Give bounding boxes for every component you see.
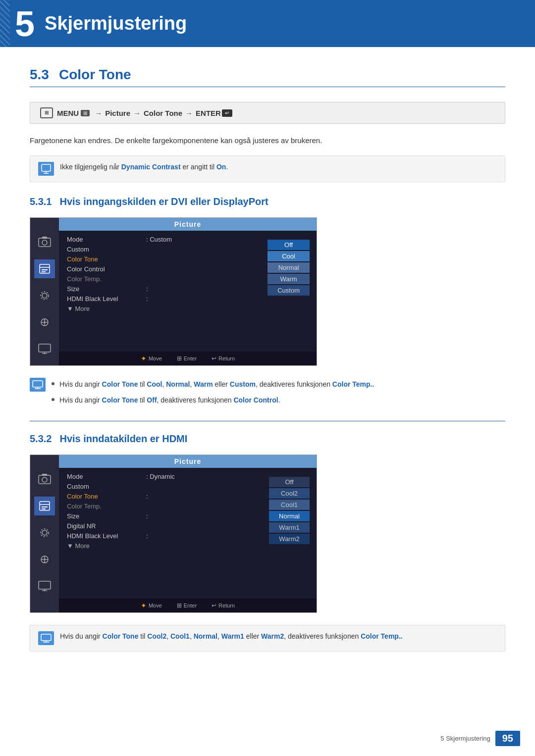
svg-rect-25: [42, 508, 46, 509]
color-tone-label: Color Tone: [144, 109, 182, 117]
sidebar-icon-gear: [34, 286, 55, 305]
menu2-label-hdmi: HDMI Black Level: [67, 532, 146, 540]
menu-label-hdmi: HDMI Black Level: [67, 295, 146, 302]
menu-label-more: ▼ More: [67, 305, 146, 312]
return-label: Return: [218, 355, 235, 361]
note-icon-2: [38, 631, 54, 645]
svg-rect-24: [42, 506, 48, 507]
section-heading: 5.3 Color Tone: [30, 67, 505, 87]
note2-bold4: Normal: [194, 632, 217, 640]
menu-label-size: Size: [67, 285, 146, 293]
menu2-value-hdmi: :: [146, 532, 148, 540]
menu-bottom-bar-2: ✦ Move ⊞ Enter ↩ Return: [59, 599, 317, 612]
move-icon: ✦: [141, 354, 147, 362]
sidebar2-icon-screen: [34, 577, 55, 596]
bullet-dot-2: [52, 398, 54, 401]
bt1-bold6: Color Temp..: [332, 380, 374, 388]
picture-label: Picture: [105, 109, 130, 117]
enter-label: ENTER: [196, 109, 221, 117]
bullet-note-item-1: Hvis du angir Color Tone til Cool, Norma…: [30, 378, 505, 406]
return-icon: ↩: [212, 355, 216, 362]
option-off: Off: [268, 240, 310, 250]
subsection-heading-1: 5.3.1 Hvis inngangskilden er DVI eller D…: [30, 196, 505, 207]
menu-value-mode: : Custom: [146, 236, 172, 243]
section-separator: [30, 421, 505, 421]
option-cool: Cool: [268, 251, 310, 261]
sidebar2-icon-camera: [34, 470, 55, 489]
svg-point-20: [42, 477, 47, 482]
subsection-number-2: 5.3.2: [30, 433, 52, 445]
note2-bold5: Warm1: [221, 632, 244, 640]
option-normal: Normal: [268, 262, 310, 273]
option2-cool2: Cool2: [269, 488, 310, 499]
svg-point-26: [42, 530, 47, 535]
bullet-text-1: Hvis du angir Color Tone til Cool, Norma…: [59, 379, 374, 390]
menu-value-hdmi: :: [146, 295, 148, 302]
note-text-1: Ikke tilgjengelig når Dynamic Contrast e…: [60, 162, 228, 172]
bullet-item-1a: Hvis du angir Color Tone til Cool, Norma…: [52, 379, 374, 390]
menu-row-more: ▼ More: [67, 305, 309, 312]
menu2-label-mode: Mode: [67, 473, 146, 480]
subsection-title-2: Hvis inndatakilden er HDMI: [59, 433, 187, 445]
option2-warm2: Warm2: [269, 534, 310, 544]
bullet-dot-1: [52, 382, 54, 385]
enter-menu-icon-2: ⊞: [177, 602, 182, 609]
bottom-enter-1: ⊞ Enter: [177, 355, 197, 362]
svg-rect-13: [39, 344, 51, 352]
move-label: Move: [149, 355, 162, 361]
sidebar-icon-active: [34, 259, 55, 278]
svg-rect-5: [42, 237, 47, 239]
bt1-bold4: Warm: [194, 380, 213, 388]
enter-menu-icon: ⊞: [177, 355, 182, 362]
bt1-bold2: Cool: [147, 380, 162, 388]
menu2-label-custom: Custom: [67, 483, 146, 490]
menu-label-custom: Custom: [67, 246, 146, 253]
svg-rect-9: [42, 271, 46, 272]
menu2-value-colortone: :: [146, 493, 148, 500]
bt2-bold1: Color Tone: [102, 396, 138, 404]
section-number: 5.3: [30, 67, 49, 83]
option2-off: Off: [269, 477, 310, 487]
menu-label: MENU: [57, 109, 79, 117]
return-icon-2: ↩: [212, 602, 216, 609]
note1-prefix: Ikke tilgjengelig når: [60, 163, 121, 171]
note-text-2: Hvis du angir Color Tone til Cool2, Cool…: [60, 631, 403, 642]
menu2-label-colortone: Color Tone: [67, 493, 146, 500]
option-custom: Custom: [268, 285, 310, 296]
menu-label-colortone: Color Tone: [67, 255, 146, 263]
bt2-bold2: Off: [147, 396, 157, 404]
svg-rect-16: [33, 381, 43, 387]
enter-menu-label: Enter: [184, 355, 197, 361]
sidebar-icon-adjust: [34, 313, 55, 332]
move-icon-2: ✦: [141, 602, 147, 609]
bottom-enter-2: ⊞ Enter: [177, 602, 197, 609]
enter-icon: ↵: [222, 109, 232, 117]
note2-bold1: Color Tone: [103, 632, 139, 640]
sidebar-icons-2: [30, 455, 59, 612]
main-content: 5.3 Color Tone ⊞ MENU ⊞ → Picture → Colo…: [0, 47, 535, 695]
menu2-value-size: :: [146, 512, 148, 520]
chapter-title: Skjermjustering: [45, 13, 187, 34]
svg-rect-32: [41, 634, 51, 641]
menu-title-2: Picture: [59, 455, 317, 468]
note-box-1: Ikke tilgjengelig når Dynamic Contrast e…: [30, 155, 505, 182]
header-banner: 5 Skjermjustering: [0, 0, 535, 47]
description-text: Fargetonene kan endres. De enkelte farge…: [30, 135, 505, 147]
bt1-bold5: Custom: [230, 380, 256, 388]
note1-mid: er angitt til: [181, 163, 216, 171]
note1-bold2: On: [216, 163, 226, 171]
menu-title-1: Picture: [59, 218, 317, 231]
dropdown-options-1: Off Cool Normal Warm Custom: [268, 240, 310, 296]
bt1-bold1: Color Tone: [102, 380, 138, 388]
sidebar-icon-camera: [34, 233, 55, 252]
arrow1: →: [95, 109, 102, 117]
bottom-return-1: ↩ Return: [212, 355, 235, 362]
option2-normal: Normal: [269, 511, 310, 521]
subsection-number-1: 5.3.1: [30, 196, 52, 207]
dropdown-options-2: Off Cool2 Cool1 Normal Warm1 Warm2: [269, 477, 310, 544]
footer-chapter-text: 5 Skjermjustering: [440, 735, 490, 742]
bullet-item-1b: Hvis du angir Color Tone til Off, deakti…: [52, 395, 374, 405]
bt2-bold3: Color Control: [233, 396, 278, 404]
menu2-value-mode: : Dynamic: [146, 473, 175, 480]
arrow2: →: [133, 109, 141, 117]
